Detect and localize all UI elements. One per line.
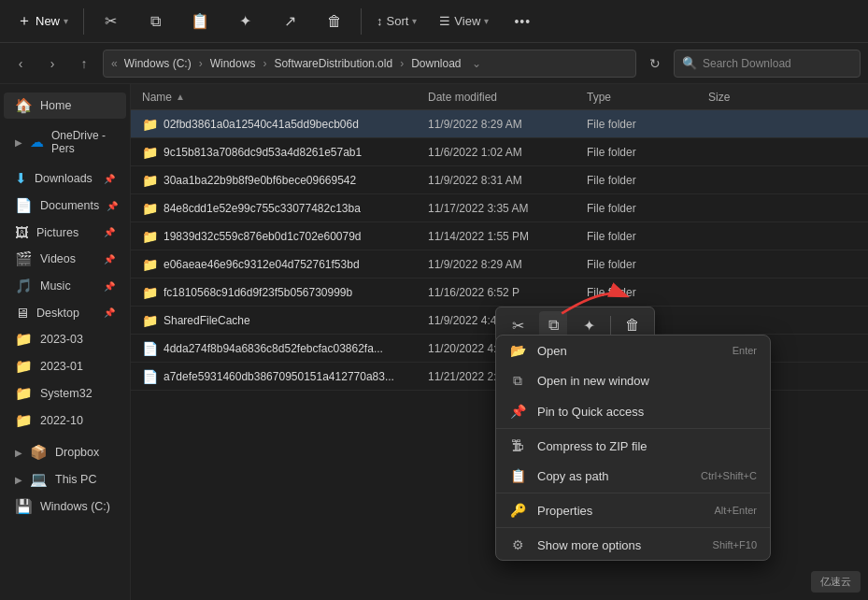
- context-menu[interactable]: 📂 Open Enter ⧉ Open in new window 📌 Pin …: [495, 335, 771, 561]
- folder-icon: 📁: [142, 117, 158, 132]
- sidebar-item-pictures[interactable]: 🖼 Pictures 📌: [4, 220, 126, 245]
- downloads-pin-icon: 📌: [104, 174, 115, 184]
- up-button[interactable]: ↑: [71, 50, 97, 77]
- table-row[interactable]: 📁 30aa1ba22b9b8f9e0bf6bece09669542 11/9/…: [131, 166, 868, 194]
- forward-button[interactable]: ›: [39, 50, 65, 77]
- sidebar-item-dropbox[interactable]: ▶ 📦 Dropbox: [4, 439, 126, 465]
- ctx-pin-quick-access[interactable]: 📌 Pin to Quick access: [496, 396, 770, 426]
- ctx-properties[interactable]: 🔑 Properties Alt+Enter: [496, 495, 770, 525]
- delete-button[interactable]: 🗑: [314, 9, 355, 34]
- path-arrow-1: ›: [263, 57, 266, 70]
- file-name-cell: 📁 30aa1ba22b9b8f9e0bf6bece09669542: [131, 173, 420, 188]
- ctx-open-new-window[interactable]: ⧉ Open in new window: [496, 365, 770, 396]
- col-name-label: Name: [142, 91, 172, 104]
- table-row[interactable]: 📁 84e8cdd1e52e99c755c33077482c13ba 11/17…: [131, 194, 868, 222]
- sidebar-item-home[interactable]: 🏠 Home: [4, 93, 126, 119]
- folder-icon: 📁: [142, 229, 158, 244]
- sidebar-item-pictures-label: Pictures: [36, 226, 78, 239]
- file-type-cell: File folder: [579, 174, 701, 187]
- new-chevron-icon: ▾: [64, 16, 68, 26]
- toolbar-divider-2: [361, 8, 362, 35]
- ctx-copy-path[interactable]: 📋 Copy as path Ctrl+Shift+C: [496, 461, 770, 491]
- table-row[interactable]: 📁 19839d32c559c876eb0d1c702e60079d 11/14…: [131, 222, 868, 250]
- col-date-label: Date modified: [428, 91, 497, 104]
- ctx-copy-path-label: Copy as path: [537, 469, 690, 483]
- table-row[interactable]: 📁 e06aeae46e96c9312e04d752761f53bd 11/9/…: [131, 250, 868, 279]
- mini-ai-icon: ✦: [583, 317, 595, 335]
- more-icon: •••: [514, 14, 531, 29]
- cut-button[interactable]: ✂: [90, 8, 131, 34]
- refresh-button[interactable]: ↻: [642, 50, 668, 77]
- sidebar-item-2023-01[interactable]: 📁 2023-01: [4, 353, 126, 379]
- path-item-3[interactable]: Download: [408, 55, 463, 72]
- ctx-compress-zip[interactable]: 🗜 Compress to ZIP file: [496, 431, 770, 461]
- watermark-text: 亿速云: [820, 576, 851, 587]
- sidebar-item-2023-03[interactable]: 📁 2023-03: [4, 326, 126, 352]
- ctx-copy-path-shortcut: Ctrl+Shift+C: [701, 470, 757, 481]
- col-header-type[interactable]: Type: [579, 91, 701, 104]
- paste-button[interactable]: 📋: [179, 8, 221, 34]
- sidebar-item-desktop[interactable]: 🖥 Desktop 📌: [4, 300, 126, 325]
- music-pin-icon: 📌: [104, 281, 115, 292]
- ctx-pin-icon: 📌: [509, 404, 526, 419]
- search-box[interactable]: 🔍 Search Download: [674, 50, 861, 78]
- sidebar-item-2022-10[interactable]: 📁 2022-10: [4, 407, 126, 434]
- path-arrow-2: ›: [400, 57, 404, 70]
- this-pc-toggle-icon: ▶: [15, 475, 22, 485]
- ai-icon: ✦: [239, 12, 251, 30]
- sidebar-item-downloads[interactable]: ⬇ Downloads 📌: [4, 165, 126, 192]
- path-item-1[interactable]: Windows: [207, 55, 259, 72]
- videos-pin-icon: 📌: [104, 254, 115, 264]
- ctx-show-more[interactable]: ⚙ Show more options Shift+F10: [496, 530, 770, 560]
- sort-button[interactable]: ↕ Sort ▾: [367, 10, 426, 32]
- sidebar-item-windows-c[interactable]: 💾 Windows (C:): [4, 493, 126, 520]
- sidebar-item-system32[interactable]: 📁 System32: [4, 380, 126, 407]
- address-bar[interactable]: « Windows (C:) › Windows › SoftwareDistr…: [103, 50, 636, 78]
- sort-chevron-icon: ▾: [412, 16, 417, 26]
- copy-button[interactable]: ⧉: [135, 9, 176, 34]
- col-header-size[interactable]: Size: [701, 91, 776, 104]
- share-icon: ↗: [284, 12, 296, 30]
- ai-button[interactable]: ✦: [224, 8, 265, 34]
- windows-c-icon: 💾: [15, 498, 33, 515]
- back-button[interactable]: ‹: [7, 50, 34, 77]
- dropbox-icon: 📦: [30, 444, 48, 461]
- ctx-open[interactable]: 📂 Open Enter: [496, 336, 770, 365]
- sidebar-item-dropbox-label: Dropbox: [55, 446, 99, 459]
- file-name-label: fc1810568c91d6d9f23f5b056730999b: [164, 286, 352, 299]
- new-button[interactable]: ＋ New ▾: [7, 7, 78, 35]
- share-button[interactable]: ↗: [269, 8, 310, 34]
- path-expand-icon[interactable]: ⌄: [472, 57, 481, 70]
- sidebar-item-documents[interactable]: 📄 Documents 📌: [4, 193, 126, 219]
- folder-icon: 📁: [142, 145, 158, 160]
- sidebar-item-music[interactable]: 🎵 Music 📌: [4, 273, 126, 299]
- table-row[interactable]: 📁 fc1810568c91d6d9f23f5b056730999b 11/16…: [131, 279, 868, 307]
- mini-copy-icon: ⧉: [548, 317, 559, 334]
- sidebar-item-videos[interactable]: 🎬 Videos 📌: [4, 246, 126, 272]
- file-icon: 📄: [142, 341, 158, 356]
- folder-2023-01-icon: 📁: [15, 358, 33, 375]
- path-item-2[interactable]: SoftwareDistribution.old: [271, 55, 395, 72]
- cut-icon: ✂: [105, 12, 117, 30]
- file-name-cell: 📁 84e8cdd1e52e99c755c33077482c13ba: [131, 201, 420, 216]
- file-name-cell: 📁 19839d32c559c876eb0d1c702e60079d: [131, 229, 420, 244]
- search-icon: 🔍: [682, 56, 697, 70]
- table-row[interactable]: 📁 02fbd3861a0a12540c41a5dd9becb06d 11/9/…: [131, 110, 868, 138]
- path-item-0[interactable]: Windows (C:): [121, 55, 194, 72]
- more-button[interactable]: •••: [502, 10, 543, 33]
- sidebar-item-desktop-label: Desktop: [36, 307, 79, 320]
- table-row[interactable]: 📁 9c15b813a7086dc9d53a4d8261e57ab1 11/6/…: [131, 138, 868, 166]
- sidebar-item-2022-10-label: 2022-10: [40, 414, 83, 427]
- folder-icon: 📁: [142, 201, 158, 216]
- col-header-name[interactable]: Name ▲: [131, 91, 420, 104]
- videos-icon: 🎬: [15, 250, 33, 267]
- view-button[interactable]: ☰ View ▾: [430, 10, 498, 32]
- sidebar-item-onedrive[interactable]: ▶ ☁ OneDrive - Pers: [4, 124, 126, 160]
- ctx-pin-label: Pin to Quick access: [537, 405, 757, 419]
- col-header-date[interactable]: Date modified: [420, 91, 579, 104]
- file-icon: 📄: [142, 369, 158, 384]
- sidebar-item-this-pc-label: This PC: [55, 473, 96, 486]
- ctx-divider-2: [496, 493, 770, 493]
- sidebar-item-this-pc[interactable]: ▶ 💻 This PC: [4, 466, 126, 493]
- file-type-cell: File folder: [579, 230, 701, 243]
